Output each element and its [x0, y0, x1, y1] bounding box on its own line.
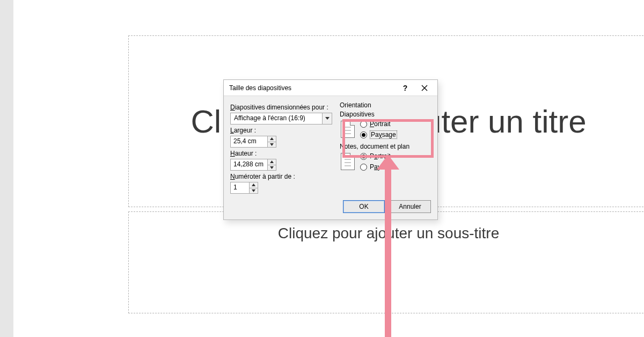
notes-paysage-option[interactable]: Paysage — [360, 162, 395, 172]
number-from-value: 1 — [231, 182, 249, 193]
height-step-down[interactable] — [268, 165, 276, 171]
width-spinner[interactable]: 25,4 cm — [230, 136, 276, 148]
radio-icon — [360, 121, 367, 128]
orientation-label: Orientation — [340, 101, 431, 109]
sized-for-combo[interactable]: Affichage à l'écran (16:9) — [230, 113, 332, 124]
caret-down-icon — [270, 166, 274, 169]
sized-for-value: Affichage à l'écran (16:9) — [231, 113, 322, 124]
chevron-down-icon — [325, 117, 330, 120]
slides-portrait-option[interactable]: Portrait — [360, 119, 397, 129]
sized-for-label: Diapositives dimensionnées pour : — [230, 104, 332, 111]
number-step-up[interactable] — [250, 182, 258, 188]
page-icon — [340, 120, 356, 139]
height-value: 14,288 cm — [231, 159, 267, 170]
page-icon — [340, 152, 356, 171]
caret-down-icon — [270, 143, 274, 146]
caret-down-icon — [252, 189, 255, 192]
caret-up-icon — [270, 160, 274, 163]
radio-icon — [360, 164, 367, 171]
notes-orientation-group: Notes, document et plan Portrait Paysage — [340, 143, 431, 172]
number-from-label: Numéroter à partir de : — [230, 173, 332, 180]
ok-button[interactable]: OK — [343, 200, 385, 213]
width-label: Largeur : — [230, 127, 332, 134]
slides-orientation-group: Diapositives Portrait Paysage — [340, 111, 431, 140]
close-icon — [421, 85, 428, 91]
slide-size-dialog: Taille des diapositives ? Diapositives d… — [223, 79, 438, 220]
notes-portrait-option[interactable]: Portrait — [360, 151, 395, 161]
height-step-up[interactable] — [268, 159, 276, 165]
caret-up-icon — [252, 184, 255, 186]
radio-icon — [360, 153, 367, 160]
cancel-button[interactable]: Annuler — [389, 200, 431, 213]
width-step-up[interactable] — [268, 136, 276, 142]
dialog-titlebar[interactable]: Taille des diapositives ? — [224, 80, 437, 96]
dialog-title: Taille des diapositives — [229, 84, 396, 92]
number-step-down[interactable] — [250, 188, 258, 194]
combo-toggle[interactable] — [322, 113, 332, 124]
width-value: 25,4 cm — [231, 136, 267, 147]
close-button[interactable] — [415, 80, 434, 96]
subtitle-placeholder[interactable]: Cliquez pour ajouter un sous-titre — [128, 211, 644, 313]
help-button[interactable]: ? — [396, 80, 415, 96]
radio-icon — [360, 131, 367, 138]
width-step-down[interactable] — [268, 142, 276, 148]
slides-paysage-option[interactable]: Paysage — [360, 130, 397, 140]
caret-up-icon — [270, 137, 274, 140]
notes-group-label: Notes, document et plan — [340, 143, 431, 150]
slides-group-label: Diapositives — [340, 111, 431, 118]
height-spinner[interactable]: 14,288 cm — [230, 159, 276, 171]
height-label: Hauteur : — [230, 150, 332, 157]
number-from-spinner[interactable]: 1 — [230, 182, 258, 194]
